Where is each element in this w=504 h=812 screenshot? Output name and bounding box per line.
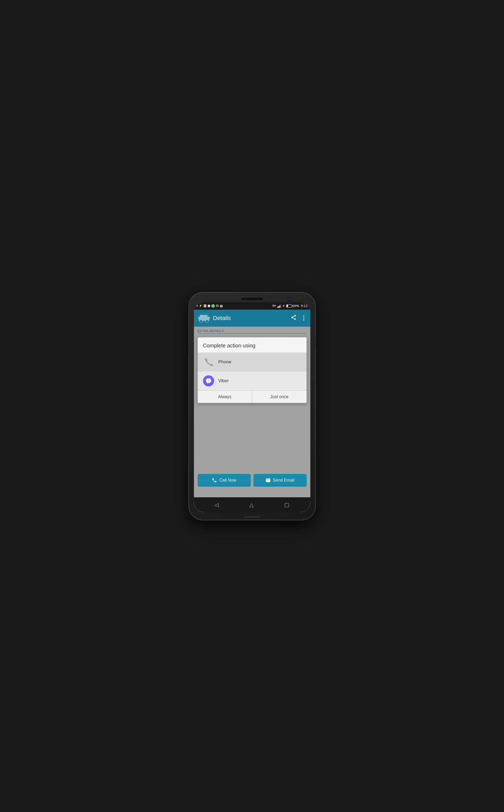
svg-point-8 — [291, 316, 293, 318]
battery-fill — [287, 305, 288, 307]
app-content: Details ⋮ EXTRA DET — [194, 310, 310, 512]
charging-icon: ⚡ — [282, 304, 285, 307]
status-bar: f ⚡ 🖼 ▣ S ⊡ 🤖 H+ ⚡ 27 — [194, 302, 310, 310]
photo-icon: 🖼 — [204, 304, 206, 307]
battery-icon — [286, 304, 292, 307]
svg-line-11 — [293, 316, 294, 317]
nav-bar: ◁ △ ▢ — [194, 497, 310, 512]
more-options-icon[interactable]: ⋮ — [301, 315, 307, 321]
signal-bar-2 — [278, 306, 279, 308]
home-notch — [244, 516, 260, 518]
call-now-button[interactable]: Call Now — [198, 474, 251, 487]
android-icon: 🤖 — [219, 304, 223, 307]
svg-point-2 — [200, 320, 202, 322]
s-icon: S — [211, 304, 215, 308]
app-bar-title: Details — [213, 315, 291, 321]
phone-frame: f ⚡ 🖼 ▣ S ⊡ 🤖 H+ ⚡ 27 — [188, 292, 316, 521]
svg-rect-5 — [208, 317, 210, 319]
svg-point-7 — [294, 315, 296, 316]
send-email-label: Send Email — [273, 478, 295, 483]
status-icons-right: H+ ⚡ 27% 9:12 — [273, 304, 307, 308]
viber-circle — [203, 375, 214, 386]
action-buttons: Call Now Send Email — [194, 474, 310, 487]
dialog-item-phone[interactable]: Phone — [198, 353, 307, 371]
dialog-item-viber[interactable]: Viber — [198, 371, 307, 390]
phone-app-icon — [203, 356, 214, 367]
viber-item-label: Viber — [218, 378, 229, 383]
always-button[interactable]: Always — [198, 391, 252, 403]
app-bar: Details ⋮ — [194, 310, 310, 327]
call-now-label: Call Now — [219, 478, 236, 483]
back-button[interactable]: ◁ — [210, 500, 223, 510]
h-signal-icon: H+ — [273, 304, 276, 307]
signal-bar-1 — [277, 307, 278, 308]
svg-line-10 — [293, 317, 294, 319]
volume-up-button[interactable] — [188, 330, 189, 340]
dialog-buttons: Always Just once — [198, 390, 307, 403]
dialog-title: Complete action using — [198, 337, 307, 353]
dialog-overlay: Complete action using Phone — [194, 327, 310, 497]
svg-rect-4 — [198, 317, 200, 319]
just-once-button[interactable]: Just once — [252, 391, 307, 403]
recents-button[interactable]: ▢ — [280, 500, 294, 510]
page-content: EXTRA DETAILS We then invest time and mo… — [194, 327, 310, 497]
cast-icon: ▣ — [207, 304, 210, 307]
share-icon[interactable] — [291, 314, 297, 321]
complete-action-dialog: Complete action using Phone — [198, 337, 307, 403]
viber-app-icon — [203, 375, 214, 386]
status-time: 9:12 — [301, 304, 307, 308]
screen: f ⚡ 🖼 ▣ S ⊡ 🤖 H+ ⚡ 27 — [194, 302, 310, 512]
screen-cast-icon: ⊡ — [216, 304, 218, 307]
volume-down-button[interactable] — [188, 343, 189, 354]
status-icons-left: f ⚡ 🖼 ▣ S ⊡ 🤖 — [197, 304, 273, 308]
send-email-button[interactable]: Send Email — [253, 474, 307, 487]
signal-bars — [277, 304, 281, 308]
phone-item-label: Phone — [218, 359, 231, 365]
home-button[interactable]: △ — [245, 500, 258, 510]
usb-icon: ⚡ — [199, 304, 202, 307]
svg-point-9 — [294, 318, 296, 320]
signal-bar-4 — [280, 304, 281, 308]
power-button[interactable] — [315, 335, 316, 350]
svg-point-3 — [206, 320, 208, 322]
signal-bar-3 — [279, 305, 280, 308]
battery-percent: 27% — [293, 304, 299, 307]
app-logo — [198, 313, 210, 323]
app-bar-actions: ⋮ — [291, 314, 307, 321]
facebook-icon: f — [197, 304, 198, 308]
svg-rect-6 — [200, 314, 208, 318]
